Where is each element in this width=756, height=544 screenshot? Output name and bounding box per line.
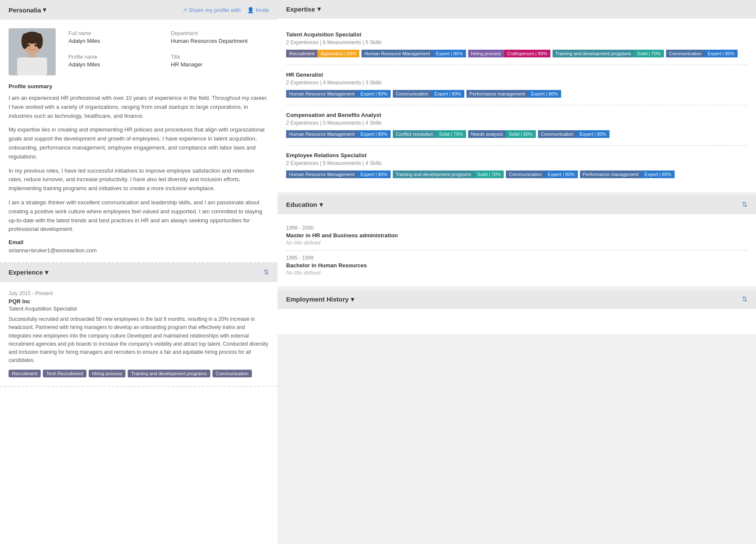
skill-tag-level: Expert | 80% <box>358 90 391 98</box>
department-field: Department Human Resources Department <box>167 28 269 52</box>
svg-rect-7 <box>17 57 47 75</box>
education-block: 1998 - 2000Master in HR and Business adm… <box>286 221 747 251</box>
expertise-title[interactable]: Expertise ▾ <box>286 5 321 13</box>
chevron-down-icon: ▾ <box>320 201 323 209</box>
invite-button[interactable]: 👤 Invite <box>247 7 269 13</box>
job-role-name: Talent Acquisition Specialist <box>286 31 747 38</box>
skill-tag: Conflict resolutionSolid | 70% <box>393 129 466 139</box>
profile-fields: Full name Adalyn Miles Department Human … <box>64 28 269 75</box>
svg-point-3 <box>21 33 28 49</box>
education-section-header: Education ▾ ⇅ <box>278 195 756 214</box>
skill-tag: Human Resource ManagementExpert | 80% <box>286 129 391 139</box>
skill-tag-name: Human Resource Management <box>286 170 358 178</box>
profile-photo-svg <box>9 28 56 75</box>
employment-title-text: Employment History <box>286 296 349 303</box>
title-value: HR Manager <box>171 61 265 68</box>
skill-tag: Performance managementExpert | 80% <box>580 170 675 179</box>
title-field: Title HR Manager <box>167 52 269 75</box>
education-subtitle: No title defined <box>286 270 747 276</box>
full-name-field: Full name Adalyn Miles <box>64 28 167 52</box>
job-role-block: Compensation and Benefits Analyst2 Exper… <box>286 105 747 146</box>
skill-tag-name: Conflict resolution <box>393 130 436 138</box>
job-role-name: HR Generalist <box>286 72 747 78</box>
skill-tag: Training and development programsSolid |… <box>553 49 664 58</box>
chevron-down-icon: ▾ <box>317 5 321 13</box>
job-role-meta: 2 Experiences | 5 Measurements | 4 Skill… <box>286 160 747 166</box>
svg-point-4 <box>36 33 43 49</box>
skill-tag-level: Solid | 70% <box>474 170 504 178</box>
experience-company: PQR Inc <box>9 298 269 305</box>
education-years: 1995 - 1998 <box>286 255 747 261</box>
experience-title[interactable]: Experience ▾ <box>9 269 48 276</box>
job-role-meta: 2 Experiences | 4 Measurements | 3 Skill… <box>286 80 747 86</box>
summary-paragraph-1: I am an experienced HR professional with… <box>9 94 269 120</box>
sort-icon[interactable]: ⇅ <box>263 268 269 276</box>
experience-description: Successfully recruited and onboarded 50 … <box>9 315 269 365</box>
expertise-tags-row: Human Resource ManagementExpert | 80%Con… <box>286 129 747 139</box>
skill-tag-name: Training and development programs <box>553 50 634 57</box>
department-label: Department <box>171 30 265 36</box>
skill-tag-level: Expert | 80% <box>358 170 391 178</box>
personalia-actions: ↗ Share my profile with 👤 Invite <box>182 7 269 13</box>
skill-tag: RecruitmentApprentice | 50% <box>286 49 359 58</box>
expertise-content: Talent Acquisition Specialist2 Experienc… <box>278 18 756 192</box>
skill-tag: CommunicationExpert | 80% <box>393 89 464 99</box>
job-role-meta: 2 Experiences | 6 Measurements | 5 Skill… <box>286 39 747 45</box>
skill-tag-name: Needs analysis <box>468 130 506 138</box>
chevron-down-icon: ▾ <box>351 296 354 303</box>
job-role-block: Employee Relations Specialist2 Experienc… <box>286 146 747 185</box>
summary-paragraph-2: My expertise lies in creating and implem… <box>9 126 269 161</box>
skill-tag-level: Craftsperson | 90% <box>504 50 550 57</box>
skill-tag-level: Expert | 80% <box>431 90 464 98</box>
experience-content: July 2015 - Present PQR Inc Talent Acqui… <box>0 282 278 386</box>
experience-date: July 2015 - Present <box>9 290 269 296</box>
share-label: Share my profile with <box>189 7 241 13</box>
experience-tag: Training and development programs <box>128 370 210 377</box>
skill-tag-name: Performance management <box>466 90 528 98</box>
skill-tag: CommunicationExpert | 80% <box>666 49 738 58</box>
skill-tag: Human Resource ManagementExpert | 80% <box>286 170 391 179</box>
skill-tag-name: Training and development programs <box>393 170 474 178</box>
education-title[interactable]: Education ▾ <box>286 201 323 209</box>
employment-content <box>278 309 756 335</box>
skill-tag-name: Communication <box>506 170 544 178</box>
skill-tag-name: Communication <box>538 130 577 138</box>
skill-tag: Human Resource ManagementExpert | 80% <box>362 49 466 58</box>
summary-paragraph-4: I am a strategic thinker with excellent … <box>9 198 269 234</box>
chevron-down-icon: ▾ <box>45 269 48 276</box>
svg-rect-5 <box>29 53 35 58</box>
email-label: Email <box>9 239 269 245</box>
skill-tag: CommunicationExpert | 80% <box>538 129 610 139</box>
skill-tag-level: Solid | 60% <box>506 130 535 138</box>
personalia-title[interactable]: Personalia ▾ <box>9 6 46 14</box>
share-profile-button[interactable]: ↗ Share my profile with <box>182 7 241 13</box>
department-value: Human Resources Department <box>171 38 265 44</box>
skill-tag-level: Expert | 80% <box>705 50 738 57</box>
expertise-tags-row: RecruitmentApprentice | 50%Human Resourc… <box>286 49 747 58</box>
skill-tag-level: Expert | 80% <box>545 170 578 178</box>
invite-icon: 👤 <box>247 7 254 13</box>
job-role-block: Talent Acquisition Specialist2 Experienc… <box>286 25 747 65</box>
education-title-text: Education <box>286 201 317 208</box>
profile-photo <box>9 28 56 75</box>
skill-tag-name: Communication <box>393 90 431 98</box>
education-subtitle: No title defined <box>286 240 747 246</box>
job-role-name: Compensation and Benefits Analyst <box>286 112 747 118</box>
skill-tag: Training and development programsSolid |… <box>393 170 504 179</box>
experience-title-text: Experience <box>9 269 43 276</box>
education-sort-icon[interactable]: ⇅ <box>742 200 747 209</box>
skill-tag-level: Apprentice | 50% <box>317 50 359 57</box>
personalia-title-text: Personalia <box>9 6 41 14</box>
experience-section-header: Experience ▾ ⇅ <box>0 263 278 282</box>
full-name-value: Adalyn Miles <box>69 38 162 44</box>
job-role-block: HR Generalist2 Experiences | 4 Measureme… <box>286 65 747 105</box>
profile-name-label: Profile name <box>69 54 162 60</box>
profile-name-value: Adalyn Miles <box>69 61 162 68</box>
title-label: Title <box>171 54 265 60</box>
employment-sort-icon[interactable]: ⇅ <box>742 295 747 303</box>
skill-tag-level: Expert | 80% <box>577 130 610 138</box>
employment-title[interactable]: Employment History ▾ <box>286 296 354 303</box>
skill-tag-level: Solid | 70% <box>436 130 466 138</box>
experience-tag: Communication <box>212 370 252 377</box>
full-name-label: Full name <box>69 30 162 36</box>
